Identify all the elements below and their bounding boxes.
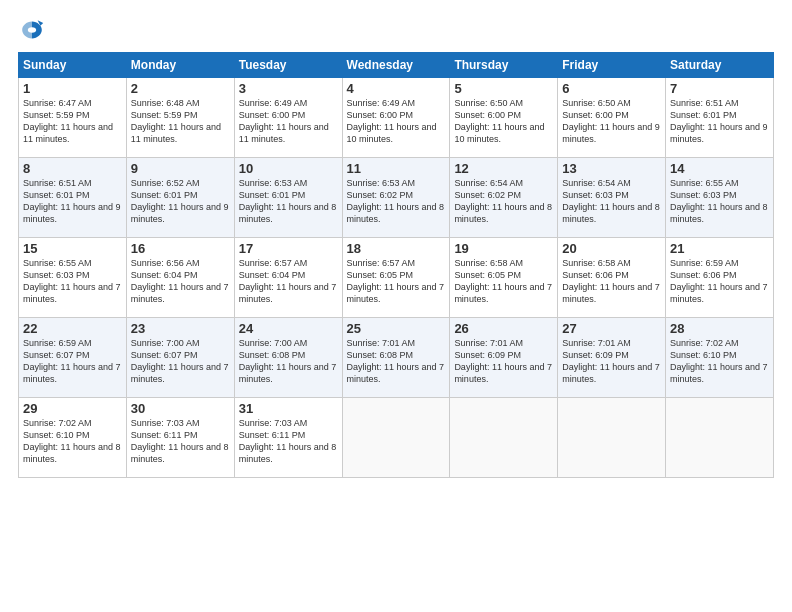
day-info: Sunrise: 7:02 AM Sunset: 6:10 PM Dayligh… <box>670 337 769 386</box>
day-number: 1 <box>23 81 122 96</box>
calendar-cell <box>558 398 666 478</box>
page: SundayMondayTuesdayWednesdayThursdayFrid… <box>0 0 792 612</box>
day-info: Sunrise: 7:01 AM Sunset: 6:09 PM Dayligh… <box>454 337 553 386</box>
day-number: 3 <box>239 81 338 96</box>
day-number: 16 <box>131 241 230 256</box>
day-number: 20 <box>562 241 661 256</box>
calendar-cell: 25 Sunrise: 7:01 AM Sunset: 6:08 PM Dayl… <box>342 318 450 398</box>
calendar-cell: 28 Sunrise: 7:02 AM Sunset: 6:10 PM Dayl… <box>666 318 774 398</box>
calendar-cell: 13 Sunrise: 6:54 AM Sunset: 6:03 PM Dayl… <box>558 158 666 238</box>
header <box>18 16 774 44</box>
day-number: 25 <box>347 321 446 336</box>
calendar-cell: 15 Sunrise: 6:55 AM Sunset: 6:03 PM Dayl… <box>19 238 127 318</box>
day-info: Sunrise: 6:57 AM Sunset: 6:05 PM Dayligh… <box>347 257 446 306</box>
day-info: Sunrise: 6:55 AM Sunset: 6:03 PM Dayligh… <box>23 257 122 306</box>
calendar-cell: 31 Sunrise: 7:03 AM Sunset: 6:11 PM Dayl… <box>234 398 342 478</box>
calendar-cell: 20 Sunrise: 6:58 AM Sunset: 6:06 PM Dayl… <box>558 238 666 318</box>
day-number: 2 <box>131 81 230 96</box>
day-info: Sunrise: 6:59 AM Sunset: 6:06 PM Dayligh… <box>670 257 769 306</box>
calendar-week-row: 29 Sunrise: 7:02 AM Sunset: 6:10 PM Dayl… <box>19 398 774 478</box>
day-number: 9 <box>131 161 230 176</box>
day-number: 23 <box>131 321 230 336</box>
day-info: Sunrise: 6:53 AM Sunset: 6:02 PM Dayligh… <box>347 177 446 226</box>
calendar-cell: 30 Sunrise: 7:03 AM Sunset: 6:11 PM Dayl… <box>126 398 234 478</box>
day-info: Sunrise: 7:03 AM Sunset: 6:11 PM Dayligh… <box>239 417 338 466</box>
calendar-cell: 11 Sunrise: 6:53 AM Sunset: 6:02 PM Dayl… <box>342 158 450 238</box>
day-info: Sunrise: 7:00 AM Sunset: 6:08 PM Dayligh… <box>239 337 338 386</box>
day-info: Sunrise: 6:51 AM Sunset: 6:01 PM Dayligh… <box>23 177 122 226</box>
calendar-cell: 6 Sunrise: 6:50 AM Sunset: 6:00 PM Dayli… <box>558 78 666 158</box>
calendar-cell: 29 Sunrise: 7:02 AM Sunset: 6:10 PM Dayl… <box>19 398 127 478</box>
day-number: 28 <box>670 321 769 336</box>
calendar-cell <box>450 398 558 478</box>
logo-icon <box>18 16 46 44</box>
day-number: 13 <box>562 161 661 176</box>
calendar-week-row: 15 Sunrise: 6:55 AM Sunset: 6:03 PM Dayl… <box>19 238 774 318</box>
calendar-cell: 27 Sunrise: 7:01 AM Sunset: 6:09 PM Dayl… <box>558 318 666 398</box>
calendar-cell: 10 Sunrise: 6:53 AM Sunset: 6:01 PM Dayl… <box>234 158 342 238</box>
day-number: 24 <box>239 321 338 336</box>
day-info: Sunrise: 6:49 AM Sunset: 6:00 PM Dayligh… <box>239 97 338 146</box>
calendar-cell: 7 Sunrise: 6:51 AM Sunset: 6:01 PM Dayli… <box>666 78 774 158</box>
day-number: 19 <box>454 241 553 256</box>
calendar-cell: 14 Sunrise: 6:55 AM Sunset: 6:03 PM Dayl… <box>666 158 774 238</box>
day-info: Sunrise: 6:58 AM Sunset: 6:05 PM Dayligh… <box>454 257 553 306</box>
day-number: 6 <box>562 81 661 96</box>
day-number: 4 <box>347 81 446 96</box>
calendar-cell: 2 Sunrise: 6:48 AM Sunset: 5:59 PM Dayli… <box>126 78 234 158</box>
day-number: 11 <box>347 161 446 176</box>
day-info: Sunrise: 6:58 AM Sunset: 6:06 PM Dayligh… <box>562 257 661 306</box>
day-info: Sunrise: 6:48 AM Sunset: 5:59 PM Dayligh… <box>131 97 230 146</box>
day-number: 15 <box>23 241 122 256</box>
calendar-week-row: 8 Sunrise: 6:51 AM Sunset: 6:01 PM Dayli… <box>19 158 774 238</box>
calendar-cell <box>342 398 450 478</box>
day-info: Sunrise: 7:01 AM Sunset: 6:08 PM Dayligh… <box>347 337 446 386</box>
day-number: 21 <box>670 241 769 256</box>
calendar-header-row: SundayMondayTuesdayWednesdayThursdayFrid… <box>19 53 774 78</box>
day-info: Sunrise: 6:52 AM Sunset: 6:01 PM Dayligh… <box>131 177 230 226</box>
day-number: 7 <box>670 81 769 96</box>
day-info: Sunrise: 6:50 AM Sunset: 6:00 PM Dayligh… <box>562 97 661 146</box>
calendar-cell: 23 Sunrise: 7:00 AM Sunset: 6:07 PM Dayl… <box>126 318 234 398</box>
calendar-cell: 24 Sunrise: 7:00 AM Sunset: 6:08 PM Dayl… <box>234 318 342 398</box>
calendar-cell: 5 Sunrise: 6:50 AM Sunset: 6:00 PM Dayli… <box>450 78 558 158</box>
day-info: Sunrise: 6:50 AM Sunset: 6:00 PM Dayligh… <box>454 97 553 146</box>
day-number: 14 <box>670 161 769 176</box>
calendar-header-thursday: Thursday <box>450 53 558 78</box>
day-number: 5 <box>454 81 553 96</box>
calendar-week-row: 1 Sunrise: 6:47 AM Sunset: 5:59 PM Dayli… <box>19 78 774 158</box>
day-number: 29 <box>23 401 122 416</box>
day-info: Sunrise: 6:53 AM Sunset: 6:01 PM Dayligh… <box>239 177 338 226</box>
day-number: 10 <box>239 161 338 176</box>
day-info: Sunrise: 6:54 AM Sunset: 6:02 PM Dayligh… <box>454 177 553 226</box>
calendar-cell: 8 Sunrise: 6:51 AM Sunset: 6:01 PM Dayli… <box>19 158 127 238</box>
day-info: Sunrise: 6:49 AM Sunset: 6:00 PM Dayligh… <box>347 97 446 146</box>
day-info: Sunrise: 6:57 AM Sunset: 6:04 PM Dayligh… <box>239 257 338 306</box>
calendar-cell: 21 Sunrise: 6:59 AM Sunset: 6:06 PM Dayl… <box>666 238 774 318</box>
day-number: 22 <box>23 321 122 336</box>
calendar-cell: 16 Sunrise: 6:56 AM Sunset: 6:04 PM Dayl… <box>126 238 234 318</box>
calendar-header-monday: Monday <box>126 53 234 78</box>
day-number: 12 <box>454 161 553 176</box>
day-number: 31 <box>239 401 338 416</box>
day-info: Sunrise: 7:03 AM Sunset: 6:11 PM Dayligh… <box>131 417 230 466</box>
day-number: 27 <box>562 321 661 336</box>
calendar-cell: 9 Sunrise: 6:52 AM Sunset: 6:01 PM Dayli… <box>126 158 234 238</box>
calendar-cell: 19 Sunrise: 6:58 AM Sunset: 6:05 PM Dayl… <box>450 238 558 318</box>
day-number: 18 <box>347 241 446 256</box>
day-info: Sunrise: 6:51 AM Sunset: 6:01 PM Dayligh… <box>670 97 769 146</box>
day-info: Sunrise: 6:59 AM Sunset: 6:07 PM Dayligh… <box>23 337 122 386</box>
day-number: 8 <box>23 161 122 176</box>
day-number: 17 <box>239 241 338 256</box>
day-info: Sunrise: 6:55 AM Sunset: 6:03 PM Dayligh… <box>670 177 769 226</box>
calendar-cell: 17 Sunrise: 6:57 AM Sunset: 6:04 PM Dayl… <box>234 238 342 318</box>
calendar: SundayMondayTuesdayWednesdayThursdayFrid… <box>18 52 774 478</box>
calendar-cell: 18 Sunrise: 6:57 AM Sunset: 6:05 PM Dayl… <box>342 238 450 318</box>
day-info: Sunrise: 6:56 AM Sunset: 6:04 PM Dayligh… <box>131 257 230 306</box>
calendar-header-sunday: Sunday <box>19 53 127 78</box>
day-number: 26 <box>454 321 553 336</box>
calendar-cell: 4 Sunrise: 6:49 AM Sunset: 6:00 PM Dayli… <box>342 78 450 158</box>
calendar-cell <box>666 398 774 478</box>
day-info: Sunrise: 6:54 AM Sunset: 6:03 PM Dayligh… <box>562 177 661 226</box>
calendar-cell: 22 Sunrise: 6:59 AM Sunset: 6:07 PM Dayl… <box>19 318 127 398</box>
